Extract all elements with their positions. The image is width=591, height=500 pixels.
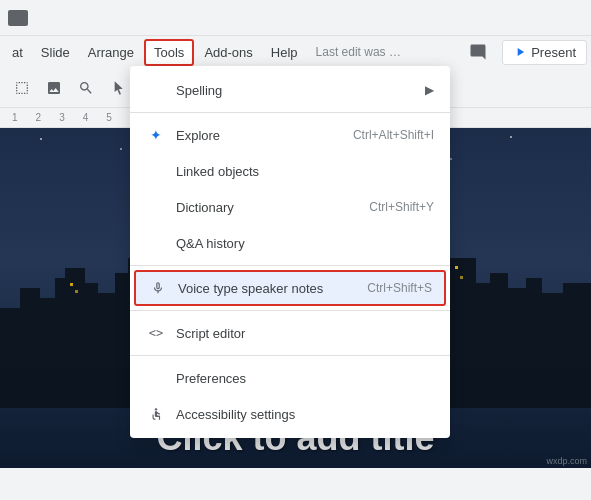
voice-type-label: Voice type speaker notes xyxy=(178,281,351,296)
menu-item-slide[interactable]: Slide xyxy=(33,41,78,64)
menu-item-help[interactable]: Help xyxy=(263,41,306,64)
tools-dropdown-menu: Spelling ▶ ✦ Explore Ctrl+Alt+Shift+I Li… xyxy=(130,66,450,438)
preferences-label: Preferences xyxy=(176,371,434,386)
star-5 xyxy=(510,136,512,138)
toolbar-crop-btn[interactable] xyxy=(8,74,36,102)
present-button[interactable]: Present xyxy=(502,40,587,65)
menu-item-arrange[interactable]: Arrange xyxy=(80,41,142,64)
comment-button[interactable] xyxy=(462,38,494,66)
toolbar-image-btn[interactable] xyxy=(40,74,68,102)
menu-item-file[interactable]: at xyxy=(4,41,31,64)
svg-rect-40 xyxy=(455,266,458,269)
menu-item-qa-history[interactable]: Q&A history xyxy=(130,225,450,261)
spelling-arrow: ▶ xyxy=(425,83,434,97)
menu-item-preferences[interactable]: Preferences xyxy=(130,360,450,396)
menu-item-lastedit[interactable]: Last edit was … xyxy=(308,41,409,63)
explore-label: Explore xyxy=(176,128,337,143)
dictionary-shortcut: Ctrl+Shift+Y xyxy=(369,200,434,214)
menu-item-linked-objects[interactable]: Linked objects xyxy=(130,153,450,189)
present-label: Present xyxy=(531,45,576,60)
explore-star-icon: ✦ xyxy=(146,127,166,143)
accessibility-label: Accessibility settings xyxy=(176,407,434,422)
dictionary-label: Dictionary xyxy=(176,200,353,215)
menu-item-explore[interactable]: ✦ Explore Ctrl+Alt+Shift+I xyxy=(130,117,450,153)
menu-right: Present xyxy=(462,38,587,66)
accessibility-icon xyxy=(146,407,166,421)
explore-shortcut: Ctrl+Alt+Shift+I xyxy=(353,128,434,142)
svg-rect-33 xyxy=(70,283,73,286)
star-2 xyxy=(120,148,122,150)
linked-objects-label: Linked objects xyxy=(176,164,434,179)
menu-item-voice-type[interactable]: Voice type speaker notes Ctrl+Shift+S xyxy=(134,270,446,306)
toolbar-search-btn[interactable] xyxy=(72,74,100,102)
toolbar-cursor-btn[interactable] xyxy=(104,74,132,102)
menu-item-addons[interactable]: Add-ons xyxy=(196,41,260,64)
menu-item-script-editor[interactable]: <> Script editor xyxy=(130,315,450,351)
separator-2 xyxy=(130,265,450,266)
separator-3 xyxy=(130,310,450,311)
top-bar xyxy=(0,0,591,36)
qa-label: Q&A history xyxy=(176,236,434,251)
separator-1 xyxy=(130,112,450,113)
separator-4 xyxy=(130,355,450,356)
folder-icon xyxy=(8,10,28,26)
menu-item-tools[interactable]: Tools xyxy=(144,39,194,66)
star-1 xyxy=(40,138,42,140)
voice-type-shortcut: Ctrl+Shift+S xyxy=(367,281,432,295)
spelling-label: Spelling xyxy=(176,83,425,98)
mic-icon xyxy=(148,281,168,295)
menu-item-spelling[interactable]: Spelling ▶ xyxy=(130,72,450,108)
svg-rect-41 xyxy=(460,276,463,279)
menu-bar: at Slide Arrange Tools Add-ons Help Last… xyxy=(0,36,591,68)
watermark: wxdp.com xyxy=(546,456,587,466)
svg-point-43 xyxy=(155,408,157,410)
menu-item-dictionary[interactable]: Dictionary Ctrl+Shift+Y xyxy=(130,189,450,225)
script-editor-label: Script editor xyxy=(176,326,434,341)
svg-rect-34 xyxy=(75,290,78,293)
code-icon: <> xyxy=(146,326,166,340)
menu-item-accessibility[interactable]: Accessibility settings xyxy=(130,396,450,432)
star-4 xyxy=(450,158,452,160)
